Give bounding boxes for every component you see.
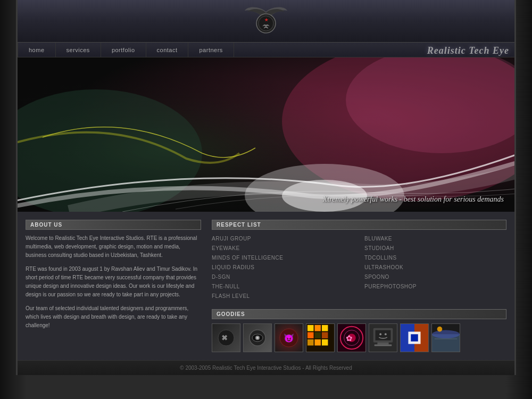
logo-wings-icon: ★ bbox=[242, 1, 290, 41]
respect-section-header: Respect List bbox=[212, 220, 506, 230]
respect-item[interactable]: Ultrashook bbox=[364, 263, 506, 272]
respect-item[interactable]: Eyewake bbox=[212, 244, 354, 253]
respect-columns: Aruji Group Eyewake Minds of Intelligenc… bbox=[212, 234, 506, 301]
nav-partners[interactable]: partners bbox=[188, 43, 234, 57]
svg-text:✿: ✿ bbox=[346, 334, 353, 343]
goodies-section: Goodies ✖ bbox=[212, 309, 506, 352]
respect-col-2: Bluwake StudioAH TDCollins Ultrashook Sp… bbox=[364, 234, 506, 301]
about-para2: RTE was found in 2003 august 1 by Ravsha… bbox=[26, 265, 201, 299]
respect-item[interactable]: Flash Level bbox=[212, 292, 354, 301]
goodie-item-5[interactable]: ✿ bbox=[337, 323, 366, 352]
respect-item[interactable]: Liquid Radius bbox=[212, 263, 354, 272]
respect-item[interactable]: Spoono bbox=[364, 272, 506, 282]
respect-item[interactable]: StudioAH bbox=[364, 244, 506, 253]
svg-rect-25 bbox=[322, 332, 328, 338]
goodie-item-2[interactable] bbox=[243, 323, 272, 352]
about-para1: Welcome to Realistic Tech Eye Interactiv… bbox=[26, 234, 201, 260]
respect-item[interactable]: Aruji Group bbox=[212, 234, 354, 244]
goodie-item-3[interactable]: 😈 bbox=[275, 323, 303, 352]
nav-contact[interactable]: contact bbox=[146, 43, 189, 57]
svg-rect-20 bbox=[307, 325, 314, 331]
goodie-item-6[interactable] bbox=[369, 323, 397, 352]
svg-rect-45 bbox=[411, 334, 418, 341]
svg-text:😈: 😈 bbox=[284, 333, 294, 343]
hero-banner: Xtremely powerful works - best solution … bbox=[18, 57, 514, 212]
svg-rect-26 bbox=[307, 339, 314, 346]
svg-rect-37 bbox=[377, 343, 388, 345]
goodies-grid: ✖ 😈 bbox=[212, 323, 506, 352]
main-content: About Us Welcome to Realistic Tech Eye I… bbox=[18, 212, 514, 360]
respect-item[interactable]: PurePhotoshop bbox=[364, 282, 506, 292]
brand-text: Realistic Tech Eye bbox=[427, 43, 509, 57]
svg-text:✖: ✖ bbox=[221, 334, 228, 342]
banner-tagline: Xtremely powerful works - best solution … bbox=[323, 195, 504, 204]
respect-item[interactable]: D-SGN bbox=[212, 272, 354, 282]
respect-item[interactable]: TDCollins bbox=[364, 253, 506, 263]
site-footer: © 2003-2005 Realistic Tech Eye Interacti… bbox=[18, 360, 514, 375]
svg-rect-28 bbox=[322, 339, 328, 346]
respect-section: Respect List Aruji Group Eyewake Minds o… bbox=[212, 220, 506, 301]
svg-rect-27 bbox=[314, 339, 321, 346]
goodie-item-1[interactable]: ✖ bbox=[212, 323, 240, 352]
navigation-bar: home services portfolio contact partners… bbox=[18, 43, 514, 57]
svg-text:★: ★ bbox=[264, 18, 269, 22]
svg-rect-23 bbox=[307, 332, 314, 338]
respect-item[interactable]: The-Null bbox=[212, 282, 354, 292]
logo: ★ bbox=[242, 1, 290, 41]
goodies-section-header: Goodies bbox=[212, 309, 506, 319]
svg-rect-36 bbox=[376, 330, 391, 340]
nav-services[interactable]: services bbox=[56, 43, 101, 57]
site-header: ★ bbox=[18, 0, 514, 43]
svg-rect-38 bbox=[375, 345, 392, 346]
respect-item[interactable]: Bluwake bbox=[364, 234, 506, 244]
svg-rect-21 bbox=[314, 325, 321, 331]
copyright-text: © 2003-2005 Realistic Tech Eye Interacti… bbox=[180, 365, 352, 371]
goodie-item-4[interactable] bbox=[306, 323, 335, 352]
svg-rect-24 bbox=[314, 332, 321, 338]
svg-point-40 bbox=[385, 333, 387, 335]
nav-home[interactable]: home bbox=[18, 43, 56, 57]
left-column: About Us Welcome to Realistic Tech Eye I… bbox=[26, 220, 201, 352]
nav-portfolio[interactable]: portfolio bbox=[101, 43, 146, 57]
respect-col-1: Aruji Group Eyewake Minds of Intelligenc… bbox=[212, 234, 354, 301]
svg-point-39 bbox=[379, 333, 381, 335]
svg-point-50 bbox=[437, 327, 443, 332]
goodie-item-7[interactable] bbox=[400, 323, 429, 352]
right-column: Respect List Aruji Group Eyewake Minds o… bbox=[212, 220, 506, 352]
goodie-item-8[interactable] bbox=[431, 323, 460, 352]
respect-item[interactable]: Minds of Intelligence bbox=[212, 253, 354, 263]
svg-rect-22 bbox=[322, 325, 328, 331]
svg-point-16 bbox=[256, 337, 259, 339]
about-para3: Our team of selected individual talented… bbox=[26, 304, 201, 330]
svg-rect-49 bbox=[435, 338, 457, 339]
about-section-header: About Us bbox=[26, 220, 201, 230]
svg-point-48 bbox=[432, 330, 460, 338]
